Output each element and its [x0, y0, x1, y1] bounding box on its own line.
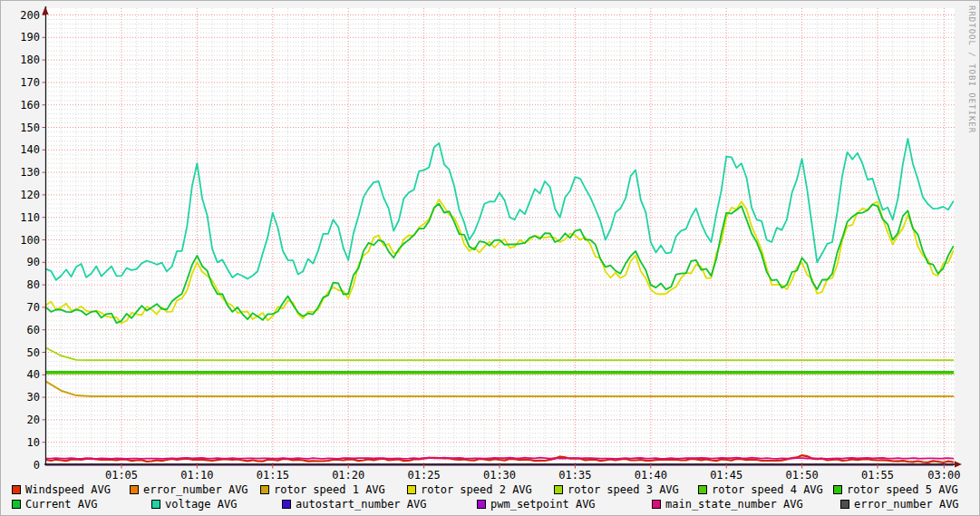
legend-item-windspeed-avg: Windspeed AVG	[12, 483, 111, 496]
legend-item-pwm-setpoint-avg: pwm_setpoint AVG	[477, 498, 596, 511]
legend-item-main-state-number-avg: main_state_number AVG	[652, 498, 803, 511]
legend-item-rotor-speed-5-avg: rotor speed 5 AVG	[833, 483, 958, 496]
y-tick-label: 10	[1, 436, 40, 449]
legend-label: rotor speed 2 AVG	[421, 483, 532, 496]
legend-swatch-icon	[840, 500, 849, 509]
legend-label: error_number AVG	[854, 498, 959, 511]
legend-item-rotor-speed-1-avg: rotor speed 1 AVG	[260, 483, 385, 496]
legend-label: rotor speed 4 AVG	[712, 483, 823, 496]
watermark: RRDTOOL / TOBI OETIKER	[967, 5, 976, 133]
x-tick-label: 01:50	[777, 469, 828, 482]
legend-item-rotor-speed-3-avg: rotor speed 3 AVG	[554, 483, 679, 496]
legend-label: Windspeed AVG	[25, 483, 111, 496]
legend-item-rotor-speed-4-avg: rotor speed 4 AVG	[698, 483, 823, 496]
y-tick-label: 200	[1, 9, 40, 22]
y-tick-label: 110	[1, 211, 40, 224]
y-tick-label: 100	[1, 234, 40, 247]
y-tick-label: 20	[1, 414, 40, 426]
y-tick-label: 120	[1, 189, 40, 201]
y-tick-label: 80	[1, 278, 40, 291]
legend-swatch-icon	[407, 485, 416, 494]
x-tick-label: 01:30	[474, 469, 525, 482]
y-tick-label: 130	[1, 166, 40, 179]
x-tick-label: 01:10	[171, 469, 222, 482]
legend-swatch-icon	[698, 485, 707, 494]
legend-swatch-icon	[12, 485, 21, 494]
y-tick-label: 70	[1, 301, 40, 314]
legend-swatch-icon	[151, 500, 160, 509]
x-tick-label: 03:00	[918, 469, 969, 482]
y-tick-label: 30	[1, 391, 40, 404]
y-tick-label: 140	[1, 143, 40, 156]
legend-swatch-icon	[130, 485, 139, 494]
legend-item-error-number-avg: error_number AVG	[840, 498, 959, 511]
x-tick-label: 01:25	[399, 469, 450, 482]
legend-label: voltage AVG	[165, 498, 237, 511]
rrdtool-graph: 0102030405060708090100110120130140150160…	[0, 0, 980, 516]
x-tick-label: 01:55	[852, 469, 903, 482]
legend-label: rotor speed 1 AVG	[274, 483, 385, 496]
y-tick-label: 170	[1, 76, 40, 89]
y-tick-label: 160	[1, 99, 40, 112]
legend-item-voltage-avg: voltage AVG	[151, 498, 237, 511]
x-tick-label: 01:40	[626, 469, 676, 482]
y-tick-label: 190	[1, 31, 40, 44]
series-line-main-state-number-avg	[46, 458, 954, 459]
y-tick-label: 40	[1, 368, 40, 381]
legend-swatch-icon	[282, 500, 291, 509]
legend-item-current-avg: Current AVG	[12, 498, 97, 511]
x-tick-label: 01:05	[96, 469, 147, 482]
legend-swatch-icon	[652, 500, 661, 509]
legend-item-autostart-number-avg: autostart_number AVG	[282, 498, 427, 511]
y-tick-label: 0	[1, 459, 40, 472]
y-tick-label: 90	[1, 256, 40, 268]
x-tick-label: 01:45	[701, 469, 752, 482]
legend-label: autostart_number AVG	[296, 498, 427, 511]
chart-canvas	[1, 1, 980, 516]
y-tick-label: 150	[1, 122, 40, 134]
x-tick-label: 01:15	[247, 469, 298, 482]
x-axis-arrow-icon	[955, 462, 962, 468]
legend-label: main_state_number AVG	[665, 498, 803, 511]
legend-item-error-number-avg: error_number AVG	[130, 483, 248, 496]
legend-swatch-icon	[260, 485, 269, 494]
legend-label: rotor speed 5 AVG	[847, 483, 958, 496]
legend-label: rotor speed 3 AVG	[568, 483, 679, 496]
legend-swatch-icon	[833, 485, 842, 494]
legend-swatch-icon	[554, 485, 563, 494]
y-tick-label: 180	[1, 54, 40, 66]
x-tick-label: 01:35	[549, 469, 600, 482]
legend-label: Current AVG	[25, 498, 97, 511]
legend-label: pwm_setpoint AVG	[490, 498, 596, 511]
y-tick-label: 50	[1, 346, 40, 359]
legend-swatch-icon	[12, 500, 21, 509]
y-tick-label: 60	[1, 324, 40, 336]
x-tick-label: 01:20	[323, 469, 374, 482]
legend-swatch-icon	[477, 500, 486, 509]
legend-label: error_number AVG	[143, 483, 248, 496]
legend-item-rotor-speed-2-avg: rotor speed 2 AVG	[407, 483, 532, 496]
